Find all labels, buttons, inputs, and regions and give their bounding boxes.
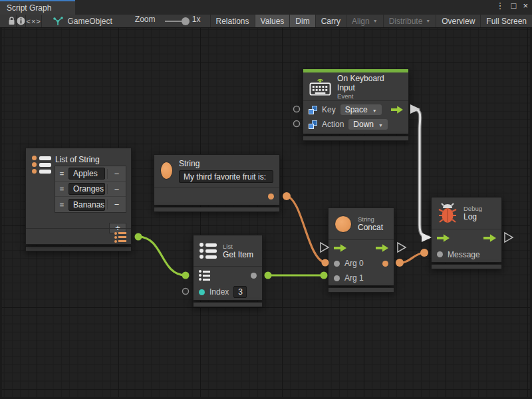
node-category: List bbox=[223, 243, 253, 250]
fullscreen-button[interactable]: Full Screen bbox=[480, 15, 532, 27]
arg0-input-port[interactable] bbox=[334, 261, 340, 267]
remove-item-button[interactable]: − bbox=[107, 184, 126, 194]
chevron-down-icon bbox=[378, 120, 383, 129]
action-dropdown-value: Down bbox=[353, 120, 374, 129]
result-wire bbox=[400, 253, 424, 263]
drag-handle-icon[interactable]: = bbox=[55, 170, 68, 178]
values-button[interactable]: Values bbox=[255, 15, 290, 27]
gameobject-reference[interactable]: GameObject bbox=[53, 15, 112, 27]
key-dropdown[interactable]: Space bbox=[340, 104, 382, 115]
window-controls: ⋮ □ × bbox=[496, 1, 528, 11]
toolbar-buttons: Relations Values Dim Carry Align Distrib… bbox=[210, 15, 532, 27]
info-button[interactable] bbox=[17, 15, 26, 27]
string-type-icon bbox=[334, 215, 352, 233]
wire-endpoint[interactable] bbox=[420, 249, 428, 257]
node-on-keyboard-input[interactable]: On Keyboard Input Event Key Space bbox=[303, 68, 409, 141]
item-output-port[interactable] bbox=[251, 273, 257, 279]
drag-handle-icon[interactable]: = bbox=[55, 201, 68, 209]
unconnected-port-ring[interactable] bbox=[294, 106, 300, 112]
remove-item-button[interactable]: − bbox=[107, 169, 126, 179]
control-wire-casing bbox=[413, 109, 430, 237]
index-value-field[interactable]: 3 bbox=[233, 286, 247, 298]
node-get-item[interactable]: List Get Item Index 3 bbox=[193, 235, 263, 307]
relations-button[interactable]: Relations bbox=[210, 15, 255, 27]
list-item-row: = Bananas − bbox=[55, 197, 126, 212]
unconnected-port-ring[interactable] bbox=[294, 121, 300, 127]
node-concat[interactable]: String Concat Arg 0 Arg 1 bbox=[328, 207, 394, 293]
bug-icon bbox=[438, 203, 458, 224]
node-debug-log[interactable]: Debug Log Message bbox=[431, 197, 502, 269]
list-item-field[interactable]: Oranges bbox=[68, 183, 105, 195]
unconnected-port-ring[interactable] bbox=[183, 289, 189, 295]
zoom-slider[interactable] bbox=[165, 21, 186, 22]
control-wire bbox=[413, 109, 430, 237]
keyboard-icon bbox=[309, 76, 331, 96]
maximize-icon[interactable]: □ bbox=[511, 1, 517, 11]
index-input-port[interactable] bbox=[199, 289, 205, 295]
tab-bar: Script Graph ⋮ □ × bbox=[0, 0, 532, 15]
result-output-port[interactable] bbox=[382, 261, 388, 267]
node-category: String bbox=[358, 215, 383, 223]
wire-endpoint[interactable] bbox=[283, 192, 291, 200]
keycode-icon bbox=[309, 106, 317, 114]
list-category-icon bbox=[200, 243, 217, 259]
flow-output-arrow[interactable] bbox=[376, 244, 388, 253]
flow-input-arrow[interactable] bbox=[334, 244, 346, 253]
index-port-label: Index bbox=[209, 287, 229, 297]
node-footer bbox=[154, 207, 280, 212]
string-output-port[interactable] bbox=[268, 194, 274, 200]
wire-endpoint[interactable] bbox=[182, 272, 190, 279]
action-dropdown[interactable]: Down bbox=[348, 119, 388, 130]
code-view-button[interactable]: <×> bbox=[26, 15, 43, 27]
align-dropdown[interactable]: Align bbox=[346, 15, 383, 27]
list-item-field[interactable]: Bananas bbox=[68, 199, 105, 211]
flow-output-arrow[interactable] bbox=[483, 234, 496, 243]
flow-port-triangle[interactable] bbox=[398, 243, 406, 252]
node-list-of-string[interactable]: List of String = Apples − = Oranges − = bbox=[25, 148, 132, 251]
node-title: Get Item bbox=[223, 250, 253, 259]
node-subtitle: Event bbox=[337, 92, 402, 100]
code-icon: <×> bbox=[26, 17, 41, 25]
wire-endpoint[interactable] bbox=[135, 233, 142, 241]
distribute-dropdown[interactable]: Distribute bbox=[383, 15, 436, 27]
dim-button[interactable]: Dim bbox=[289, 15, 315, 27]
node-footer bbox=[193, 302, 263, 307]
graph-toolbar: <×> GameObject Zoom 1x Relations Values … bbox=[0, 15, 532, 28]
list-item-row: = Apples − bbox=[55, 166, 126, 182]
control-wire-end-arrow bbox=[422, 233, 432, 242]
flow-input-arrow[interactable] bbox=[437, 234, 450, 243]
zoom-slider-knob[interactable] bbox=[182, 17, 190, 25]
drag-handle-icon[interactable]: = bbox=[55, 185, 68, 193]
lock-button[interactable] bbox=[7, 15, 17, 27]
close-icon[interactable]: × bbox=[523, 1, 528, 11]
list-editor: = Apples − = Oranges − = Bananas − bbox=[55, 166, 126, 213]
control-wire-start-arrow bbox=[410, 104, 420, 114]
carry-button[interactable]: Carry bbox=[315, 15, 346, 27]
overview-button[interactable]: Overview bbox=[436, 15, 480, 27]
list-output-port[interactable] bbox=[114, 232, 126, 243]
string-value-field[interactable]: My third favorite fruit is: bbox=[179, 170, 273, 183]
node-footer bbox=[303, 136, 409, 141]
graph-canvas[interactable]: On Keyboard Input Event Key Space bbox=[0, 28, 532, 399]
wire-endpoint[interactable] bbox=[396, 259, 404, 267]
node-title: Concat bbox=[358, 223, 383, 232]
list-input-port[interactable] bbox=[199, 270, 210, 281]
node-footer bbox=[431, 264, 502, 269]
remove-item-button[interactable]: − bbox=[107, 200, 126, 209]
flow-output-arrow[interactable] bbox=[391, 106, 403, 114]
zoom-label: Zoom bbox=[135, 15, 156, 27]
flow-port-triangle[interactable] bbox=[505, 233, 513, 242]
chevron-down-icon bbox=[372, 105, 377, 114]
menu-icon[interactable]: ⋮ bbox=[496, 1, 505, 11]
tab-script-graph[interactable]: Script Graph bbox=[0, 0, 75, 15]
message-input-port[interactable] bbox=[437, 251, 443, 257]
arg1-input-port[interactable] bbox=[334, 275, 340, 281]
action-port-label: Action bbox=[322, 120, 344, 129]
wire-endpoint[interactable] bbox=[321, 272, 328, 279]
node-footer bbox=[328, 287, 394, 293]
node-title: On Keyboard Input bbox=[337, 74, 402, 92]
wire-endpoint[interactable] bbox=[265, 272, 272, 279]
node-string-literal[interactable]: String My third favorite fruit is: bbox=[154, 154, 280, 212]
list-item-field[interactable]: Apples bbox=[68, 168, 105, 180]
string-wire bbox=[287, 196, 325, 263]
